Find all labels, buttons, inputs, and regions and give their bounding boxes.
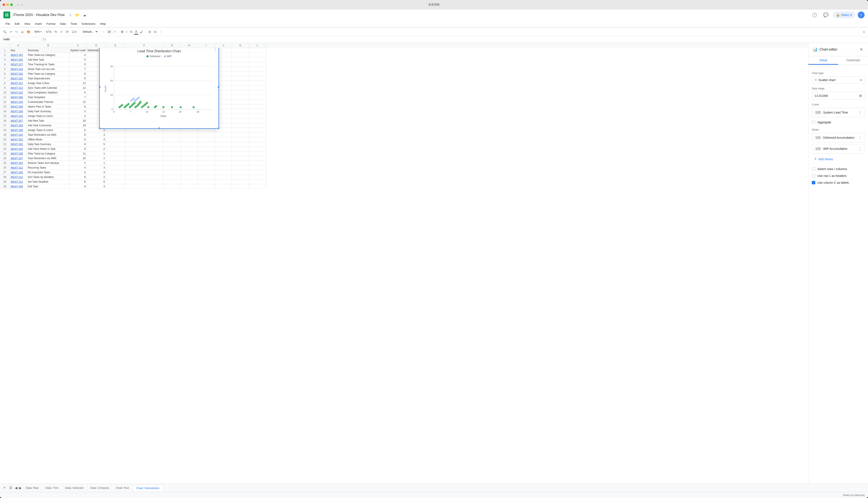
use-col-labels-checkbox-row[interactable]: Use column C as labels: [812, 179, 865, 186]
aggregate-checkbox-row[interactable]: Aggregate: [812, 119, 865, 126]
cell-e-28[interactable]: [106, 175, 125, 180]
cell-g-19[interactable]: [164, 132, 181, 137]
cell-c-22[interactable]: 9: [69, 147, 87, 151]
cell-j-20[interactable]: [215, 137, 232, 142]
cell-a-17[interactable]: IM24T-329: [10, 123, 27, 128]
cell-l-21[interactable]: [249, 142, 266, 147]
cell-k-14[interactable]: [232, 109, 249, 114]
cell-f-25[interactable]: [125, 161, 164, 165]
cell-k-30[interactable]: [232, 184, 249, 189]
cell-k-12[interactable]: [232, 100, 249, 104]
menu-data[interactable]: Data: [58, 21, 68, 26]
x-axis-field[interactable]: 123 System Lead Time ⋮: [812, 108, 865, 117]
row-num-25[interactable]: 25: [0, 161, 10, 165]
cell-k-19[interactable]: [232, 132, 249, 137]
cell-f-20[interactable]: [125, 137, 164, 142]
cell-k-17[interactable]: [232, 123, 249, 128]
percent-button[interactable]: %: [53, 29, 58, 34]
cell-f-21[interactable]: [125, 142, 164, 147]
redo-button[interactable]: ↪: [14, 29, 19, 34]
sheet-container[interactable]: A B C D E F G H I J K L: [0, 43, 808, 484]
cell-g-20[interactable]: [164, 137, 181, 142]
col-header-i[interactable]: I: [198, 43, 215, 48]
cell-l-5[interactable]: [249, 67, 266, 71]
col-header-g[interactable]: G: [164, 43, 181, 48]
col-header-l[interactable]: L: [249, 43, 266, 48]
resize-handle-mr[interactable]: [218, 86, 219, 88]
cell-j-26[interactable]: [215, 165, 232, 170]
cell-a-18[interactable]: IM24T-359: [10, 128, 27, 132]
cell-h-30[interactable]: [181, 184, 198, 189]
sheet-tab-0[interactable]: Data: Raw: [23, 485, 42, 491]
data-range-row[interactable]: C1:E1000 ⊞: [812, 92, 865, 100]
cell-c-8[interactable]: 12: [69, 81, 87, 86]
cell-b-20[interactable]: Offline Mode: [27, 137, 69, 142]
bold-button[interactable]: B: [120, 29, 125, 34]
cell-i-22[interactable]: [198, 147, 215, 151]
cell-e-20[interactable]: [106, 137, 125, 142]
add-sheet-button[interactable]: +: [2, 485, 8, 491]
sheet-menu-button[interactable]: ☰: [8, 485, 14, 491]
cell-c-23[interactable]: 11: [69, 151, 87, 156]
sheet-tab-5[interactable]: Chart: Distrubution: [133, 485, 163, 491]
cell-l1[interactable]: [249, 48, 266, 53]
cell-l-11[interactable]: [249, 95, 266, 100]
cell-a-7[interactable]: IM24T-324: [10, 76, 27, 81]
cell-k-27[interactable]: [232, 170, 249, 175]
cell-d-30[interactable]: 3: [87, 184, 106, 189]
cell-a-13[interactable]: IM24T-309: [10, 104, 27, 109]
cell-k-3[interactable]: [232, 57, 249, 62]
cell-a-3[interactable]: IM24T-355: [10, 57, 27, 62]
cell-g-21[interactable]: [164, 142, 181, 147]
row-num-29[interactable]: 29: [0, 180, 10, 184]
cell-a-26[interactable]: IM24T-312: [10, 165, 27, 170]
cell-c-9[interactable]: 12: [69, 86, 87, 90]
paint-format-button[interactable]: 🎨: [25, 29, 31, 34]
row-num-10[interactable]: 10: [0, 90, 10, 95]
cell-k-29[interactable]: [232, 180, 249, 184]
cell-l-6[interactable]: [249, 71, 266, 76]
cell-a-28[interactable]: IM24T-314: [10, 175, 27, 180]
cell-c-26[interactable]: 4: [69, 165, 87, 170]
cell-c-28[interactable]: 6: [69, 175, 87, 180]
cell-b-6[interactable]: Filter Tasks by Category: [27, 71, 69, 76]
sheet-tab-3[interactable]: Data: Compute: [87, 485, 112, 491]
cell-c-20[interactable]: 8: [69, 137, 87, 142]
share-button[interactable]: 🔒 Share ▾: [833, 12, 855, 18]
cell-b-12[interactable]: Customizable Themes: [27, 100, 69, 104]
row-num-18[interactable]: 18: [0, 128, 10, 132]
cell-c-18[interactable]: 6: [69, 128, 87, 132]
cell-b-28[interactable]: Sort Tasks by Deadline: [27, 175, 69, 180]
cell-k-28[interactable]: [232, 175, 249, 180]
cell-c-30[interactable]: 9: [69, 184, 87, 189]
cell-l-25[interactable]: [249, 161, 266, 165]
cell-l-16[interactable]: [249, 118, 266, 123]
row-num-2[interactable]: 2: [0, 53, 10, 57]
row-num-4[interactable]: 4: [0, 62, 10, 67]
row-num-20[interactable]: 20: [0, 137, 10, 142]
cell-g-27[interactable]: [164, 170, 181, 175]
user-avatar[interactable]: Y: [858, 12, 865, 18]
cell-b-16[interactable]: Add New Task: [27, 118, 69, 123]
cell-a-22[interactable]: IM24T-344: [10, 147, 27, 151]
cell-b-30[interactable]: Edit Task: [27, 184, 69, 189]
cell-f-26[interactable]: [125, 165, 164, 170]
series-item-1[interactable]: 123 WIP Accumulation ⋮: [812, 144, 865, 154]
cell-l-4[interactable]: [249, 62, 266, 67]
cell-k-2[interactable]: [232, 53, 249, 57]
cell-a-4[interactable]: IM24T-317: [10, 62, 27, 67]
cell-j-22[interactable]: [215, 147, 232, 151]
history-button[interactable]: 🕐: [810, 12, 819, 18]
menu-extensions[interactable]: Extensions: [80, 21, 98, 26]
use-row-headers-checkbox[interactable]: [812, 174, 815, 178]
row-num-1[interactable]: 1: [0, 48, 10, 53]
cell-j-25[interactable]: [215, 161, 232, 165]
col-header-j[interactable]: J: [215, 43, 232, 48]
cell-a-11[interactable]: IM24T-360: [10, 95, 27, 100]
resize-handle-br[interactable]: [218, 127, 219, 129]
cell-k-7[interactable]: [232, 76, 249, 81]
cell-c-16[interactable]: 18: [69, 118, 87, 123]
cell-c1[interactable]: System Lead Time: [69, 48, 87, 53]
cell-d-19[interactable]: 3: [87, 132, 106, 137]
cell-c-5[interactable]: 7: [69, 67, 87, 71]
